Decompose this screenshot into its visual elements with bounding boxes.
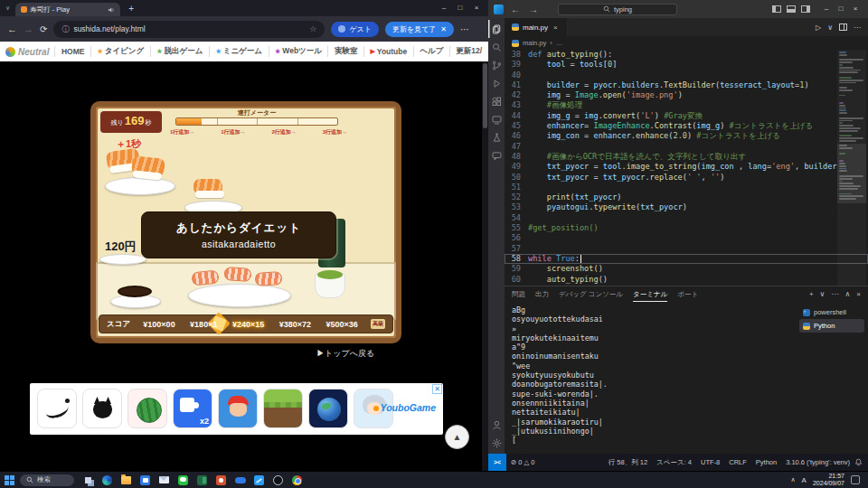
panel-tab-デバッグ コンソール[interactable]: デバッグ コンソール (559, 286, 623, 302)
drawing-game-ad-tile[interactable] (37, 389, 77, 428)
watermelon-game-ad-tile[interactable] (127, 389, 167, 428)
nav-item-タイピング[interactable]: ★タイピング (90, 46, 150, 57)
command-center-search[interactable]: typing (558, 4, 677, 15)
address-bar[interactable]: ⓘ sushida.net/play.html ☆ (53, 21, 325, 38)
cursor-position[interactable]: 行 58、列 12 (604, 458, 652, 467)
favorite-star-icon[interactable]: ☆ (309, 24, 316, 33)
code-line[interactable]: 51 (505, 183, 868, 192)
bell-icon[interactable] (854, 458, 863, 466)
nav-item-Youtube[interactable]: ▶Youtube (363, 46, 413, 57)
code-line[interactable]: 41 builder = pyocr.builders.TextBuilder(… (505, 80, 868, 90)
code-line[interactable]: 54 (505, 213, 868, 223)
panel-close-icon[interactable]: × (856, 290, 861, 298)
breadcrumb-more[interactable]: … (556, 39, 563, 47)
close-icon[interactable]: × (468, 0, 485, 16)
close-icon[interactable]: × (848, 0, 863, 18)
history-back-icon[interactable]: ← (509, 5, 522, 14)
update-browser-button[interactable]: 更新を見て了 ✕ (385, 22, 454, 37)
tab-audio-icon[interactable] (108, 6, 115, 14)
black-cat-game-ad-tile[interactable] (82, 389, 122, 428)
back-icon[interactable]: ← (7, 23, 17, 34)
nav-item-脱出ゲーム[interactable]: ★脱出ゲーム (150, 46, 209, 57)
code-line[interactable]: 48 #画像からOCRで日本語を読んで、文字列として取り出す (505, 152, 868, 162)
mario-game-ad-tile[interactable] (218, 389, 258, 428)
scrollbar-thumb[interactable] (483, 63, 487, 128)
toggle-sidebar-icon[interactable] (772, 5, 781, 13)
site-brand[interactable]: Neutral (5, 47, 54, 57)
code-line[interactable]: 38def auto_typing(): (505, 50, 868, 60)
run-button[interactable]: ▷ (816, 23, 821, 32)
store-icon[interactable] (138, 474, 152, 487)
code-line[interactable]: 58while True: (505, 254, 868, 264)
settings-icon[interactable] (488, 434, 505, 452)
powerpoint-icon[interactable] (214, 474, 228, 487)
account-icon[interactable] (488, 416, 505, 434)
terminal-list-item[interactable]: Python (799, 319, 864, 333)
breadcrumb-file[interactable]: main.py (523, 39, 546, 47)
problems-indicator[interactable]: ⊘ 0 △ 0 (506, 458, 539, 466)
code-line[interactable]: 40 (505, 70, 868, 80)
code-line[interactable]: 53 pyautogui.typewrite(txt_pyocr) (505, 202, 868, 212)
code-line[interactable]: 57 (505, 244, 868, 254)
python-interpreter[interactable]: 3.10.6 ('typing': venv) (781, 458, 854, 466)
testing-icon[interactable] (488, 128, 505, 146)
nav-item-Webツール[interactable]: ★Webツール (269, 46, 328, 57)
code-editor[interactable]: 38def auto_typing():39 tool = tools[0]40… (505, 50, 868, 286)
minimap[interactable] (837, 50, 866, 286)
update-close-icon[interactable]: ✕ (440, 25, 447, 33)
code-line[interactable]: 50 txt_pyocr = txt_pyocr.replace(' ', ''… (505, 173, 868, 183)
encoding[interactable]: UTF-8 (696, 458, 724, 466)
tray-chevron-icon[interactable]: ∧ (790, 476, 795, 483)
maximize-icon[interactable]: □ (834, 0, 848, 18)
search-icon[interactable] (488, 38, 505, 56)
eol-sequence[interactable]: CRLF (724, 458, 751, 466)
browser-tab[interactable]: 寿司打 - Play (15, 3, 120, 16)
back-to-top-link[interactable]: ▶トップへ戻る (316, 348, 374, 360)
code-line[interactable]: 49 txt_pyocr = tool.image_to_string(img_… (505, 162, 868, 172)
nav-item-更新12/[interactable]: 更新12/ (449, 46, 488, 57)
nav-item-ミニゲーム[interactable]: ★ミニゲーム (209, 46, 269, 57)
start-button[interactable] (5, 475, 14, 485)
remote-explorer-icon[interactable] (488, 110, 505, 128)
source-control-icon[interactable] (488, 56, 505, 74)
code-line[interactable]: 52 print(txt_pyocr) (505, 192, 868, 202)
code-line[interactable]: 45 enhancer= ImageEnhance.Contrast(img_g… (505, 121, 868, 131)
split-editor-icon[interactable] (839, 23, 847, 31)
ad-brand-logo[interactable]: YouboGame (373, 402, 436, 413)
vscode-icon[interactable] (252, 474, 266, 487)
task-view-icon[interactable] (81, 474, 95, 487)
new-terminal-icon[interactable]: + (809, 290, 814, 298)
indentation[interactable]: スペース: 4 (652, 458, 696, 467)
browser-scrollbar[interactable] (482, 61, 488, 471)
nav-item-実験室[interactable]: 実験室 (327, 46, 363, 57)
panel-tab-ターミナル[interactable]: ターミナル (633, 286, 667, 302)
chat-icon[interactable] (488, 146, 505, 164)
tab-close-icon[interactable]: × (553, 23, 558, 32)
code-line[interactable]: 47 (505, 142, 868, 152)
breadcrumb[interactable]: main.py › … (505, 36, 868, 50)
files-icon[interactable] (488, 20, 505, 38)
maximize-icon[interactable]: □ (452, 0, 468, 16)
code-line[interactable]: 56 (505, 233, 868, 243)
terminal-output[interactable]: aBgosyouyuotottekudasai»miryokutekinaait… (505, 302, 797, 454)
globe-game-ad-tile[interactable] (308, 389, 348, 428)
panel-maximize-icon[interactable]: ∧ (844, 290, 850, 298)
browser-menu-icon[interactable]: ⋯ (460, 24, 469, 34)
line-icon[interactable] (176, 474, 190, 487)
mail-icon[interactable] (157, 474, 171, 487)
scroll-to-top-button[interactable]: ▲ (445, 425, 469, 449)
nav-item-HOME[interactable]: HOME (54, 46, 90, 57)
extensions-icon[interactable] (488, 92, 505, 110)
code-line[interactable]: 43 #画像処理 (505, 100, 868, 110)
language-mode[interactable]: Python (751, 458, 781, 466)
run-debug-icon[interactable] (488, 74, 505, 92)
site-info-icon[interactable]: ⓘ (61, 24, 69, 34)
notification-icon[interactable] (851, 475, 860, 484)
new-tab-button[interactable]: + (124, 4, 138, 14)
onedrive-icon[interactable] (233, 474, 247, 487)
minimap-viewport[interactable] (837, 144, 866, 203)
tab-search-icon[interactable]: ∨ (4, 5, 12, 12)
minimize-icon[interactable]: – (436, 0, 452, 16)
reload-icon[interactable]: ⟳ (40, 24, 47, 34)
code-line[interactable]: 60 auto_typing() (505, 275, 868, 285)
